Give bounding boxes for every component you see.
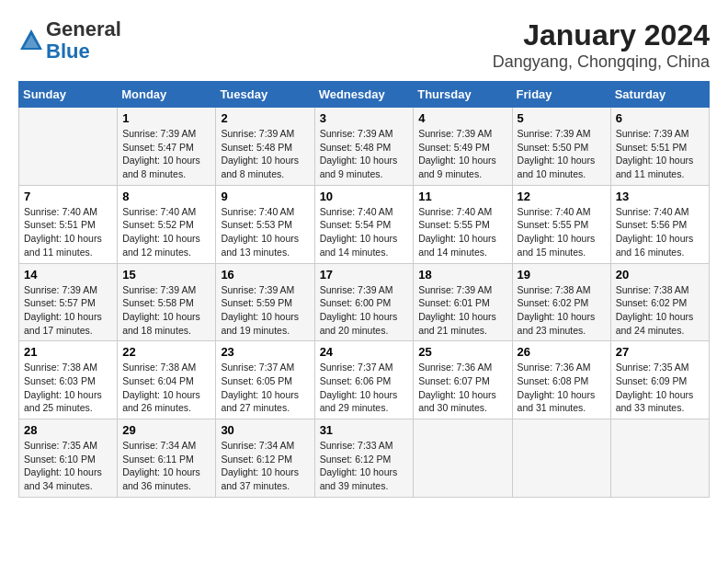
day-number: 15: [122, 268, 210, 282]
calendar-cell: [610, 419, 709, 498]
day-info: Sunrise: 7:40 AMSunset: 5:51 PMDaylight:…: [24, 205, 112, 259]
day-info: Sunrise: 7:39 AMSunset: 5:59 PMDaylight:…: [221, 283, 309, 338]
header-row: SundayMondayTuesdayWednesdayThursdayFrid…: [19, 82, 710, 108]
calendar-cell: 2Sunrise: 7:39 AMSunset: 5:48 PMDaylight…: [216, 108, 314, 186]
day-number: 19: [518, 268, 606, 282]
calendar-cell: 14Sunrise: 7:39 AMSunset: 5:57 PMDayligh…: [19, 263, 118, 341]
day-info: Sunrise: 7:35 AMSunset: 6:09 PMDaylight:…: [616, 361, 704, 415]
header-saturday: Saturday: [610, 82, 709, 108]
header-monday: Monday: [118, 82, 216, 108]
day-number: 5: [518, 111, 606, 125]
day-info: Sunrise: 7:37 AMSunset: 6:06 PMDaylight:…: [320, 361, 409, 415]
day-number: 26: [518, 345, 606, 359]
day-number: 13: [616, 190, 704, 203]
page-title: January 2024: [493, 18, 710, 52]
day-info: Sunrise: 7:39 AMSunset: 5:57 PMDaylight:…: [24, 283, 112, 338]
calendar-cell: 22Sunrise: 7:38 AMSunset: 6:04 PMDayligh…: [118, 341, 216, 419]
day-info: Sunrise: 7:39 AMSunset: 5:48 PMDaylight:…: [320, 127, 409, 181]
day-number: 12: [518, 190, 606, 203]
day-info: Sunrise: 7:35 AMSunset: 6:10 PMDaylight:…: [24, 439, 112, 493]
logo-icon: [18, 28, 44, 53]
header-thursday: Thursday: [414, 82, 512, 108]
calendar-cell: 30Sunrise: 7:34 AMSunset: 6:12 PMDayligh…: [216, 419, 314, 498]
calendar-cell: 29Sunrise: 7:34 AMSunset: 6:11 PMDayligh…: [118, 419, 216, 498]
day-number: 16: [221, 268, 309, 282]
week-row-5: 28Sunrise: 7:35 AMSunset: 6:10 PMDayligh…: [19, 419, 710, 498]
day-number: 21: [24, 345, 112, 359]
header-tuesday: Tuesday: [216, 82, 314, 108]
day-info: Sunrise: 7:40 AMSunset: 5:55 PMDaylight:…: [418, 205, 506, 259]
day-info: Sunrise: 7:38 AMSunset: 6:04 PMDaylight:…: [122, 361, 210, 415]
calendar-cell: 23Sunrise: 7:37 AMSunset: 6:05 PMDayligh…: [216, 341, 314, 419]
calendar-cell: [19, 108, 118, 186]
day-number: 30: [221, 423, 309, 437]
week-row-2: 7Sunrise: 7:40 AMSunset: 5:51 PMDaylight…: [19, 185, 710, 263]
calendar-cell: 1Sunrise: 7:39 AMSunset: 5:47 PMDaylight…: [118, 108, 216, 186]
day-number: 27: [616, 345, 704, 359]
calendar-cell: 13Sunrise: 7:40 AMSunset: 5:56 PMDayligh…: [610, 185, 709, 263]
day-number: 3: [320, 111, 409, 125]
day-number: 8: [122, 190, 210, 203]
calendar-cell: 27Sunrise: 7:35 AMSunset: 6:09 PMDayligh…: [610, 341, 709, 419]
page-header: General Blue January 2024 Dangyang, Chon…: [18, 18, 710, 72]
day-info: Sunrise: 7:37 AMSunset: 6:05 PMDaylight:…: [221, 361, 309, 415]
page-subtitle: Dangyang, Chongqing, China: [493, 52, 710, 72]
week-row-4: 21Sunrise: 7:38 AMSunset: 6:03 PMDayligh…: [19, 341, 710, 419]
day-info: Sunrise: 7:39 AMSunset: 5:47 PMDaylight:…: [122, 127, 210, 181]
day-number: 11: [418, 190, 506, 203]
day-info: Sunrise: 7:40 AMSunset: 5:56 PMDaylight:…: [616, 205, 704, 259]
day-info: Sunrise: 7:39 AMSunset: 5:51 PMDaylight:…: [616, 127, 704, 181]
day-number: 28: [24, 423, 112, 437]
day-info: Sunrise: 7:40 AMSunset: 5:53 PMDaylight:…: [221, 205, 309, 259]
header-sunday: Sunday: [19, 82, 118, 108]
calendar-cell: 16Sunrise: 7:39 AMSunset: 5:59 PMDayligh…: [216, 263, 314, 341]
calendar-cell: 25Sunrise: 7:36 AMSunset: 6:07 PMDayligh…: [414, 341, 512, 419]
calendar-cell: 24Sunrise: 7:37 AMSunset: 6:06 PMDayligh…: [314, 341, 414, 419]
calendar-cell: 5Sunrise: 7:39 AMSunset: 5:50 PMDaylight…: [512, 108, 610, 186]
logo: General Blue: [18, 18, 121, 63]
day-number: 4: [418, 111, 506, 125]
day-info: Sunrise: 7:38 AMSunset: 6:02 PMDaylight:…: [518, 283, 606, 338]
calendar-cell: 6Sunrise: 7:39 AMSunset: 5:51 PMDaylight…: [610, 108, 709, 186]
header-friday: Friday: [512, 82, 610, 108]
calendar-cell: 12Sunrise: 7:40 AMSunset: 5:55 PMDayligh…: [512, 185, 610, 263]
calendar-cell: 9Sunrise: 7:40 AMSunset: 5:53 PMDaylight…: [216, 185, 314, 263]
day-number: 20: [616, 268, 704, 282]
calendar-cell: 8Sunrise: 7:40 AMSunset: 5:52 PMDaylight…: [118, 185, 216, 263]
day-info: Sunrise: 7:34 AMSunset: 6:11 PMDaylight:…: [122, 439, 210, 493]
day-info: Sunrise: 7:39 AMSunset: 5:49 PMDaylight:…: [418, 127, 506, 181]
day-number: 14: [24, 268, 112, 282]
calendar-cell: 3Sunrise: 7:39 AMSunset: 5:48 PMDaylight…: [314, 108, 414, 186]
header-wednesday: Wednesday: [314, 82, 414, 108]
calendar-cell: 19Sunrise: 7:38 AMSunset: 6:02 PMDayligh…: [512, 263, 610, 341]
day-number: 29: [122, 423, 210, 437]
day-info: Sunrise: 7:38 AMSunset: 6:02 PMDaylight:…: [616, 283, 704, 338]
calendar-cell: 4Sunrise: 7:39 AMSunset: 5:49 PMDaylight…: [414, 108, 512, 186]
day-info: Sunrise: 7:36 AMSunset: 6:07 PMDaylight:…: [418, 361, 506, 415]
day-info: Sunrise: 7:33 AMSunset: 6:12 PMDaylight:…: [320, 439, 409, 493]
calendar-cell: 10Sunrise: 7:40 AMSunset: 5:54 PMDayligh…: [314, 185, 414, 263]
calendar-cell: 28Sunrise: 7:35 AMSunset: 6:10 PMDayligh…: [19, 419, 118, 498]
day-number: 10: [320, 190, 409, 203]
calendar-cell: 11Sunrise: 7:40 AMSunset: 5:55 PMDayligh…: [414, 185, 512, 263]
calendar-cell: 21Sunrise: 7:38 AMSunset: 6:03 PMDayligh…: [19, 341, 118, 419]
day-info: Sunrise: 7:34 AMSunset: 6:12 PMDaylight:…: [221, 439, 309, 493]
calendar-cell: 17Sunrise: 7:39 AMSunset: 6:00 PMDayligh…: [314, 263, 414, 341]
day-number: 24: [320, 345, 409, 359]
day-info: Sunrise: 7:39 AMSunset: 6:00 PMDaylight:…: [320, 283, 409, 338]
day-number: 31: [320, 423, 409, 437]
day-info: Sunrise: 7:39 AMSunset: 6:01 PMDaylight:…: [418, 283, 506, 338]
day-info: Sunrise: 7:40 AMSunset: 5:52 PMDaylight:…: [122, 205, 210, 259]
calendar-cell: 20Sunrise: 7:38 AMSunset: 6:02 PMDayligh…: [610, 263, 709, 341]
calendar-cell: 18Sunrise: 7:39 AMSunset: 6:01 PMDayligh…: [414, 263, 512, 341]
day-number: 1: [122, 111, 210, 125]
calendar-cell: [414, 419, 512, 498]
day-info: Sunrise: 7:40 AMSunset: 5:54 PMDaylight:…: [320, 205, 409, 259]
day-info: Sunrise: 7:38 AMSunset: 6:03 PMDaylight:…: [24, 361, 112, 415]
day-info: Sunrise: 7:40 AMSunset: 5:55 PMDaylight:…: [518, 205, 606, 259]
calendar-cell: [512, 419, 610, 498]
title-block: January 2024 Dangyang, Chongqing, China: [493, 18, 710, 72]
week-row-3: 14Sunrise: 7:39 AMSunset: 5:57 PMDayligh…: [19, 263, 710, 341]
calendar-cell: 15Sunrise: 7:39 AMSunset: 5:58 PMDayligh…: [118, 263, 216, 341]
day-info: Sunrise: 7:36 AMSunset: 6:08 PMDaylight:…: [518, 361, 606, 415]
